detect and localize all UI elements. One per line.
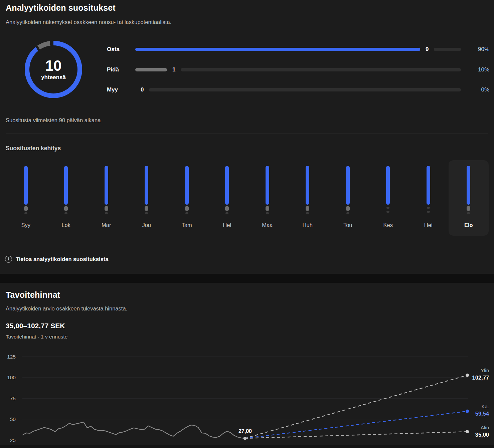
forecast-value: 35,00 [475, 432, 489, 438]
buy-bar [427, 166, 430, 205]
trend-month-tam[interactable]: Tam [167, 160, 207, 236]
recommendations-footnote: Suositusta viimeisten 90 päivän aikana [6, 117, 101, 124]
recommendation-bar: 9 [135, 46, 461, 53]
hold-marker [145, 206, 148, 211]
sell-marker [105, 212, 108, 214]
sell-marker [24, 212, 27, 214]
forecast-line-ka [245, 411, 467, 438]
hold-marker [105, 206, 108, 211]
trend-month-jou[interactable]: Jou [127, 160, 167, 236]
divider [6, 134, 488, 134]
hold-marker [24, 206, 28, 211]
recommendation-row: Osta990% [107, 46, 489, 53]
trend-title: Suositusten kehitys [6, 145, 61, 152]
recommendation-count: 1 [172, 66, 175, 73]
sell-marker [467, 212, 470, 214]
recommendation-bar-track [149, 88, 461, 91]
trend-month-maa[interactable]: Maa [247, 160, 288, 236]
sell-marker [346, 212, 349, 214]
donut-total-label: yhteensä [41, 74, 66, 81]
hold-marker [225, 206, 229, 211]
buy-bar [185, 166, 189, 205]
buy-bar [306, 166, 309, 205]
target-price-chart[interactable]: 125100755025Ylin102,77Ka.59,54Alin35,002… [0, 347, 494, 448]
donut-total: 10 [45, 58, 62, 73]
trend-month-mar[interactable]: Mar [86, 160, 127, 236]
sell-marker [64, 212, 67, 214]
trend-month-huh[interactable]: Huh [288, 160, 328, 236]
recommendation-label: Pidä [107, 66, 135, 73]
trend-month-elo[interactable]: Elo [449, 160, 489, 236]
forecast-dot [466, 430, 469, 433]
last-price-dot [243, 437, 246, 440]
donut-hole: 10 yhteensä [29, 45, 77, 93]
hold-marker [64, 206, 68, 211]
buy-bar [225, 166, 229, 205]
sell-marker [266, 212, 269, 214]
price-history-line [23, 422, 245, 438]
sell-marker [306, 212, 309, 214]
y-axis-tick: 100 [7, 375, 16, 380]
hold-marker [306, 206, 309, 211]
trend-month-label: Elo [449, 222, 489, 228]
forecast-value: 102,77 [472, 375, 489, 381]
info-icon: i [5, 256, 12, 263]
hold-marker [346, 206, 350, 211]
recommendation-count: 9 [426, 46, 429, 53]
recommendation-bar: 0 [135, 86, 461, 93]
analyst-recommendations-panel: Analyytikoiden suositukset Analyytikoide… [0, 0, 494, 448]
recommendation-label: Osta [107, 46, 135, 53]
last-price-label: 27,00 [238, 428, 252, 434]
y-axis-tick: 25 [10, 437, 16, 443]
trend-month-label: Huh [288, 222, 328, 228]
buy-bar [467, 166, 470, 205]
recommendation-bar-track [181, 68, 461, 71]
forecast-value: 59,54 [475, 411, 489, 417]
trend-month-syy[interactable]: Syy [6, 160, 46, 236]
hold-marker [266, 206, 269, 211]
recommendation-bar-fill [135, 48, 420, 51]
recommendation-trend-chart: SyyLokMarJouTamHelMaaHuhTouKesHeiElo [6, 160, 489, 236]
trend-month-label: Syy [6, 222, 46, 228]
target-price-range-caption: Tavoitehinnat · 1 v ennuste [6, 334, 67, 340]
trend-month-label: Jou [127, 222, 167, 228]
y-axis-tick: 75 [10, 396, 16, 401]
trend-month-label: Tam [167, 222, 207, 228]
trend-month-hei[interactable]: Hei [408, 160, 449, 236]
forecast-dot [466, 410, 469, 413]
recommendation-count: 0 [141, 86, 144, 93]
targets-subtitle: Analyytikoiden arvio osakkeen tulevasta … [6, 305, 127, 312]
sell-marker [386, 211, 389, 213]
y-axis-tick: 125 [7, 354, 16, 360]
recommendation-row: Myy00% [107, 86, 489, 93]
bottom-separator [0, 445, 494, 448]
buy-bar [105, 166, 108, 205]
buy-bar [64, 166, 68, 205]
forecast-name: Ka. [481, 404, 489, 409]
sell-marker [145, 212, 148, 214]
sell-marker [225, 212, 228, 214]
targets-title: Tavoitehinnat [6, 290, 60, 300]
recommendations-subtitle: Analyytikoiden näkemykset osakkeen nousu… [6, 19, 171, 25]
trend-month-kes[interactable]: Kes [368, 160, 408, 236]
hold-marker [386, 207, 389, 209]
trend-month-tou[interactable]: Tou [328, 160, 368, 236]
buy-bar [386, 166, 390, 205]
buy-bar [24, 166, 28, 205]
trend-month-lok[interactable]: Lok [46, 160, 87, 236]
buy-bar [145, 166, 148, 205]
buy-bar [266, 166, 269, 205]
trend-month-label: Mar [86, 222, 127, 228]
recommendation-bar: 1 [135, 66, 461, 73]
recommendation-label: Myy [107, 86, 135, 93]
trend-month-label: Lok [46, 222, 87, 228]
forecast-line-alin [245, 432, 467, 438]
recommendation-percent: 10% [461, 66, 489, 73]
trend-month-label: Hei [408, 222, 449, 228]
info-link[interactable]: i Tietoa analyytikoiden suosituksista [5, 255, 109, 263]
sell-marker [427, 211, 430, 213]
hold-marker [467, 206, 470, 211]
recommendation-bar-track [434, 48, 461, 51]
section-separator [0, 274, 494, 283]
trend-month-hel[interactable]: Hel [207, 160, 248, 236]
